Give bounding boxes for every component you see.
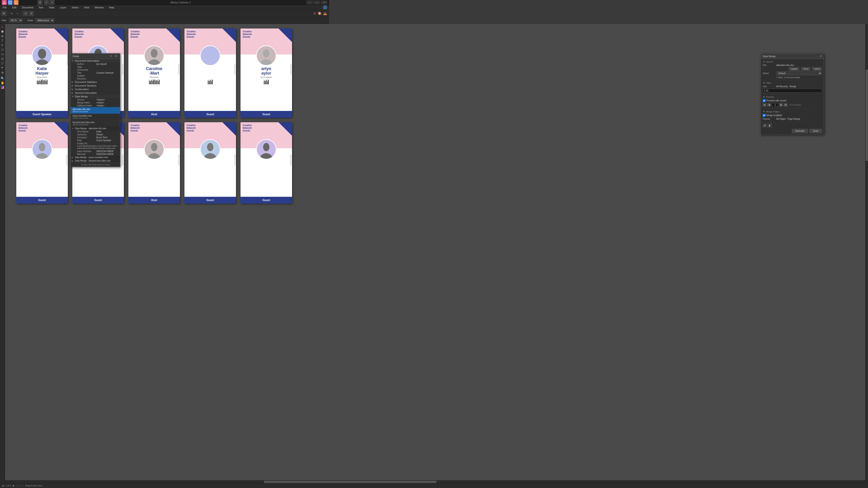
badge-card-10: CreativeNetworkEvents Guest 04832294-088… [241,122,292,187]
toolbar-undo-btn[interactable]: ↩ [44,0,49,5]
fields-panel: Fields ≡ ✕ ▼ Document Information Author… [70,53,120,167]
color-swatch[interactable] [0,85,4,89]
badge-card-9: CreativeNetworkEvents Guest 04832294-088… [184,122,236,187]
shape-tool[interactable]: ◻ [0,47,4,52]
svg-point-2 [15,1,17,4]
svg-point-4 [35,59,49,65]
doc-sections-arrow: ▶ [72,85,74,87]
doc-info-section[interactable]: ▼ Document Information [71,59,120,63]
pen-tool[interactable]: ✏ [0,43,4,47]
menubar: File Edit Document Text Table Layer Sele… [0,5,329,10]
author-field: Author:Ian Upcott [71,63,120,66]
infiltered-index-field: Infiltered Index:<Index> [71,104,120,107]
zoom-in-btn[interactable]: + [9,11,14,16]
badge-card-1: CreativeNetworkEvents KatieHarper Boost … [16,29,68,118]
lanyard-source-name: lanyard-barcodes.xlsx [72,121,118,124]
badge-card-3: CreativeNetworkEvents Caroline-Mart Rive… [128,29,180,118]
node-tool[interactable]: ⬟ [0,29,4,33]
main-toolbar: ⊞ + − ⊕ ⊞ ⊞ 🎨 📤 [0,10,329,17]
badge-card-4: CreativeNetworkEvents Guest 04832294-088… [184,29,236,118]
zoom-tool[interactable]: 🔍 [0,76,4,80]
issue-merge-section[interactable]: ▶ Data Merge - issue-numbers.xlsx [71,156,120,159]
zoom-select[interactable]: 90 % 100 % 75 % [9,18,23,22]
svg-point-11 [39,143,45,151]
merge-index-field: Merge Index:<Index> [71,101,120,104]
pan-tool[interactable]: 🖐 [0,80,4,85]
doc-sections-section[interactable]: ▶ Document Sections [71,84,120,88]
ellipse-tool[interactable]: ◎ [0,57,4,61]
polygon-tool[interactable]: ⬡ [0,61,4,65]
win-maximize-btn[interactable]: □ [314,1,320,4]
crop-tool[interactable]: ⊕ [0,34,4,38]
svg-point-9 [263,49,270,57]
fields-panel-close-icon[interactable]: ✕ [115,55,118,58]
zoom-out-btn[interactable]: − [15,11,20,16]
publish-icon[interactable]: 📤 [323,12,327,15]
menu-help[interactable]: Help [108,6,115,9]
pan-label: Pan [2,19,6,22]
attendee-source-item[interactable]: attendee-info.xlsx Whole Document [71,107,120,113]
rectangle-tool[interactable]: ▭ [0,52,4,56]
general-info-arrow: ▶ [72,92,74,94]
view-mode-btn[interactable]: ⊞ [1,11,6,16]
menu-edit[interactable]: Edit [11,6,18,9]
menu-document[interactable]: Document [21,6,34,9]
context-toolbar: Pan 90 % 100 % 75 % Units: Millimetres P… [0,17,329,24]
menu-window[interactable]: Window [94,6,104,9]
fields-panel-menu-icon[interactable]: ≡ [110,55,114,58]
title-bar: ⚙ ↩ ↪ Affinity Publisher 2 ─ □ ✕ [0,0,329,5]
text-tool[interactable]: T [0,38,4,42]
issue-source-item[interactable]: issue-numbers.xlsx Whole Document [71,113,120,120]
data-merge-icon[interactable]: ⊞ [313,12,316,15]
units-select[interactable]: Millimetres Pixels Inches [35,18,54,22]
data-merge-arrow: ▼ [72,95,74,98]
issue-source-name: issue-numbers.xlsx [72,115,118,117]
lanyard-source-item[interactable]: lanyard-barcodes.xlsx Whole Document [71,120,120,127]
vector-brush-tool[interactable]: ✒ [0,66,4,70]
menu-text[interactable]: Text [38,6,44,9]
toolbar-settings-icon[interactable]: ⚙ [37,0,42,5]
doc-stats-section[interactable]: ▶ Document Statistics [71,80,120,84]
doc-stats-arrow: ▶ [72,81,74,83]
units-label: Units: [27,19,34,22]
color-picker-icon[interactable]: 🎨 [318,12,321,15]
app-logo [2,0,7,5]
menu-layer[interactable]: Layer [59,6,67,9]
card1-role: Guest Speaker [16,111,68,118]
svg-rect-1 [9,1,11,4]
issue-number-field: Issue Number:04832294-08838 [71,150,120,153]
svg-point-10 [260,59,273,65]
left-toolbar: ↖ ⬟ ⊕ T ✏ ◻ ▭ ◎ ⬡ ✒ ⬙ 🔍 🖐 [0,24,5,187]
general-info-section[interactable]: ▶ General Information [71,91,120,95]
fields-panel-footer: Double-click field name to insert [71,162,120,167]
continuation-arrow: ▶ [72,88,74,90]
data-merge-section[interactable]: ▼ Data Merge [71,95,120,98]
card2-brand: CreativeNetworkEvents [74,30,122,38]
affinity-icon-pub [8,0,13,5]
fields-panel-header[interactable]: Fields ≡ ✕ [71,54,120,59]
continuation-section[interactable]: ▶ Continuation [71,88,120,91]
issue-source-sub: Whole Document [72,117,118,119]
menu-table[interactable]: Table [48,6,55,9]
card1-name: KatieHarper [18,67,66,76]
toolbar-redo-btn[interactable]: ↪ [50,0,55,5]
lanyard-merge-section[interactable]: ▶ Data Merge - lanyard-barcodes.xlsx [71,159,120,162]
menu-file[interactable]: File [2,6,8,9]
svg-point-12 [36,153,49,159]
fill-tool[interactable]: ⬙ [0,70,4,74]
select-tool[interactable]: ↖ [0,25,4,29]
barcode-field: Barcode:04832294-08838 [71,153,120,156]
win-minimize-btn[interactable]: ─ [307,1,313,4]
attendee-source-name: attendee-info.xlsx [72,108,118,110]
menu-view[interactable]: View [83,6,90,9]
attendee-merge-section[interactable]: ▼ Data Merge - attendee-info.xlsx [71,127,120,130]
snap-btn[interactable]: ⊕ [23,11,28,16]
tags-field: Tags: [71,66,120,68]
win-close-btn[interactable]: ✕ [321,1,327,4]
canvas-area[interactable]: CreativeNetworkEvents KatieHarper Boost … [5,24,329,187]
profile-pic-field: Profile Pic: /Users/jbates/Dropbox (Seri… [71,142,120,150]
grid-btn[interactable]: ⊞ [29,11,34,16]
affinity-icon-photo [13,0,19,5]
menu-select[interactable]: Select [71,6,80,9]
user-account-icon[interactable]: 👤 [323,5,327,10]
